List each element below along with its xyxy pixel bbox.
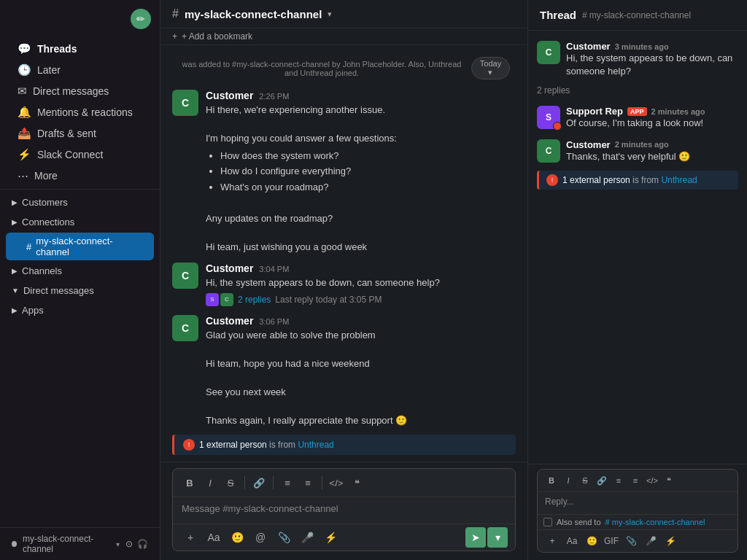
- input-box: B I S 🔗 ≡ ≡ </> ❝ Message #my-slack-conn…: [172, 468, 516, 551]
- thread-strike-button[interactable]: S: [577, 472, 593, 489]
- customers-chevron: ▶: [12, 198, 18, 206]
- thread-message: S Support Rep APP 2 minutes ago Of cours…: [528, 101, 747, 134]
- toolbar-separator: [273, 476, 274, 489]
- thread-shortcut-button[interactable]: ⚡: [662, 532, 679, 550]
- channels-label: Channels: [22, 265, 62, 276]
- emoji-button[interactable]: 🙂: [227, 527, 247, 548]
- thread-external-link[interactable]: Unthread: [661, 175, 697, 185]
- sidebar-divider-1: [0, 189, 160, 190]
- external-link[interactable]: Unthread: [298, 440, 333, 450]
- bookmark-plus-icon: +: [172, 31, 177, 42]
- sidebar-section-customers[interactable]: ▶ Customers: [0, 192, 160, 212]
- sidebar-item-mentions[interactable]: 🔔 Mentions & reactions: [6, 102, 154, 122]
- ordered-list-button[interactable]: ≡: [298, 473, 317, 492]
- compose-button[interactable]: ✏: [131, 9, 151, 29]
- main-content: # my-slack-connect-channel ▾ + + Add a b…: [160, 0, 528, 560]
- thread-bold-button[interactable]: B: [543, 472, 560, 489]
- timestamp: 2:26 PM: [259, 92, 289, 101]
- sidebar-channel-my-slack-connect[interactable]: # my-slack-connect-channel: [6, 233, 154, 260]
- sidebar-item-threads[interactable]: 💬 Threads: [6, 39, 154, 59]
- sidebar-item-direct-messages-top[interactable]: ✉ Direct messages: [6, 81, 154, 101]
- sender-name: Customer: [206, 90, 253, 101]
- link-button[interactable]: 🔗: [249, 473, 268, 492]
- code-button[interactable]: </>: [327, 473, 346, 492]
- replies-bar[interactable]: S C 2 replies Last reply today at 3:05 P…: [206, 293, 516, 306]
- dm-chevron: ▼: [12, 287, 19, 295]
- thread-input-bottom: + Aa 🙂 GIF 📎 🎤 ⚡: [538, 529, 738, 552]
- thread-gif-button[interactable]: GIF: [603, 532, 620, 550]
- thread-channel-hash: #: [582, 10, 587, 20]
- thread-bullet-button[interactable]: ≡: [611, 472, 627, 489]
- send-button[interactable]: ➤: [465, 527, 486, 548]
- external-dot-icon: !: [183, 439, 195, 451]
- thread-external-from: is from: [632, 175, 661, 185]
- sidebar-top: ✏: [0, 0, 160, 35]
- thread-text: Hi, the system appears to be down, can s…: [566, 52, 738, 78]
- thread-audio-button[interactable]: 🎤: [642, 532, 659, 550]
- thread-block-button[interactable]: ❝: [661, 472, 677, 489]
- last-reply-text: Last reply today at 3:05 PM: [275, 295, 382, 305]
- message-header: Customer 3:04 PM: [206, 262, 516, 274]
- message-input-field[interactable]: Message #my-slack-connect-channel: [173, 497, 515, 524]
- mention-button[interactable]: @: [250, 527, 271, 548]
- strikethrough-button[interactable]: S: [221, 473, 240, 492]
- today-badge[interactable]: Today ▾: [471, 57, 510, 79]
- text-size-button[interactable]: Aa: [204, 527, 224, 548]
- thread-plus-button[interactable]: +: [543, 532, 561, 550]
- channel-hash: #: [172, 7, 179, 20]
- thread-input-box: B I S 🔗 ≡ ≡ </> ❝ Reply... Also send to …: [537, 469, 738, 553]
- thread-text-size-button[interactable]: Aa: [563, 532, 581, 550]
- channel-hash-icon: #: [26, 241, 31, 252]
- thread-title: Thread: [540, 9, 576, 21]
- thread-header: Thread # my-slack-connect-channel: [528, 0, 747, 31]
- list-item: How do I configure everything?: [220, 164, 516, 179]
- footer-headphones[interactable]: 🎧: [137, 539, 148, 549]
- thread-input-field[interactable]: Reply...: [538, 492, 738, 514]
- thread-channel-ref: # my-slack-connect-channel: [582, 10, 691, 20]
- sidebar-section-connections[interactable]: ▶ Connections: [0, 212, 160, 232]
- thread-sender-name: Support Rep: [566, 106, 623, 117]
- blockquote-button[interactable]: ❝: [347, 473, 366, 492]
- sidebar-section-apps[interactable]: ▶ Apps: [0, 300, 160, 320]
- message-text: Hi, the system appears to be down, can s…: [206, 276, 516, 290]
- connections-label: Connections: [22, 217, 74, 228]
- footer-toggle[interactable]: ⊙: [125, 539, 133, 549]
- also-send-checkbox[interactable]: [543, 518, 552, 526]
- bookmark-bar[interactable]: + + Add a bookmark: [160, 28, 527, 45]
- thread-external-dot-icon: !: [546, 174, 558, 186]
- thread-external-text: 1 external person is from Unthread: [562, 175, 697, 185]
- join-notice-text: was added to #my-slack-connect-channel b…: [178, 60, 465, 77]
- messages-area: was added to #my-slack-connect-channel b…: [160, 45, 527, 462]
- bold-button[interactable]: B: [180, 473, 199, 492]
- sidebar-footer[interactable]: my-slack-connect-channel ▾ ⊙ 🎧: [0, 527, 160, 560]
- thread-sender: Support Rep APP 2 minutes ago: [566, 106, 738, 117]
- attach-button[interactable]: 📎: [274, 527, 294, 548]
- thread-emoji-button[interactable]: 🙂: [583, 532, 600, 550]
- also-send-label: Also send to: [557, 518, 601, 526]
- customers-label: Customers: [22, 197, 68, 208]
- bullet-list-button[interactable]: ≡: [278, 473, 297, 492]
- sidebar-section-channels[interactable]: ▶ Channels: [0, 261, 160, 281]
- sidebar: ✏ 💬 Threads 🕒 Later ✉ Direct messages 🔔 …: [0, 0, 160, 560]
- shortcut-button[interactable]: ⚡: [320, 527, 341, 548]
- send-chevron[interactable]: ▾: [487, 527, 508, 548]
- italic-button[interactable]: I: [201, 473, 220, 492]
- thread-link-button[interactable]: 🔗: [594, 472, 610, 489]
- audio-button[interactable]: 🎤: [297, 527, 317, 548]
- reply-avatar: S: [206, 293, 219, 306]
- thread-attach-button[interactable]: 📎: [622, 532, 640, 550]
- thread-ordered-button[interactable]: ≡: [627, 472, 643, 489]
- channel-header: # my-slack-connect-channel ▾: [160, 0, 527, 28]
- message-text: Hi there, we're experiencing another iss…: [206, 103, 516, 254]
- channel-header-chevron[interactable]: ▾: [328, 9, 332, 19]
- thread-message: C Customer 3 minutes ago Hi, the system …: [528, 36, 747, 82]
- sidebar-item-more[interactable]: ⋯ More: [6, 166, 154, 186]
- thread-code-button[interactable]: </>: [644, 472, 660, 489]
- thread-input-toolbar: B I S 🔗 ≡ ≡ </> ❝: [538, 470, 738, 492]
- sidebar-item-drafts[interactable]: 📤 Drafts & sent: [6, 123, 154, 144]
- plus-button[interactable]: +: [180, 527, 201, 548]
- sidebar-item-later[interactable]: 🕒 Later: [6, 60, 154, 80]
- sidebar-item-slack-connect[interactable]: ⚡ Slack Connect: [6, 144, 154, 165]
- thread-italic-button[interactable]: I: [560, 472, 576, 489]
- sidebar-section-direct-messages[interactable]: ▼ Direct messages: [0, 281, 160, 300]
